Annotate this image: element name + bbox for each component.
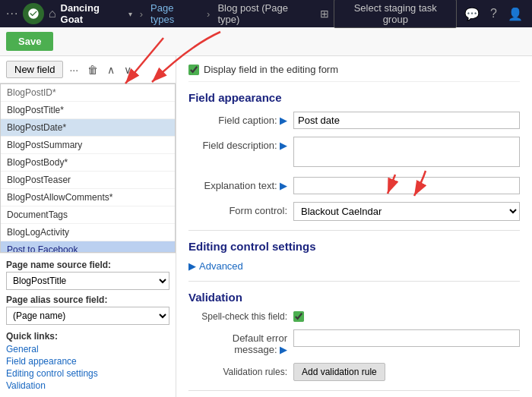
list-item[interactable]: BlogPostAllowComments* — [1, 189, 175, 206]
field-appearance-title: Field appearance — [188, 91, 520, 104]
list-item[interactable]: BlogPostSummary — [1, 137, 175, 154]
spell-check-row: Spell-check this field: — [188, 311, 520, 322]
list-item[interactable]: BlogPostTitle* — [1, 102, 175, 119]
quick-links-title: Quick links: — [6, 331, 169, 342]
site-caret-icon: ▾ — [128, 10, 132, 18]
display-field-label: Display field in the editing form — [204, 64, 338, 75]
advanced-triangle-icon: ▶ — [188, 260, 196, 272]
breadcrumb-page-types[interactable]: Page types — [150, 2, 199, 25]
page-name-source-select[interactable]: BlogPostTitle — [6, 272, 169, 290]
validation-rules-label: Validation rules: — [188, 367, 287, 377]
help-icon[interactable]: ? — [487, 7, 500, 20]
dots-icon: ··· — [6, 7, 18, 20]
list-item[interactable]: BlogPostDate* — [1, 119, 175, 137]
field-caption-info-icon[interactable]: ▶ — [280, 115, 287, 126]
default-error-info-icon[interactable]: ▶ — [280, 344, 287, 355]
list-item[interactable]: BlogLogActivity — [1, 224, 175, 241]
main-layout: New field ··· 🗑 ∧ ∨ BlogPostID* BlogPost… — [0, 56, 532, 397]
validation-section: Validation Spell-check this field: Defau… — [188, 291, 520, 381]
list-item[interactable]: BlogPostBody* — [1, 154, 175, 172]
page-alias-source-label: Page alias source field: — [6, 295, 169, 305]
display-field-checkbox[interactable] — [188, 65, 199, 75]
field-caption-row: Field caption: ▶ — [188, 112, 520, 129]
default-error-row: Default error message: ▶ — [188, 329, 520, 355]
main-toolbar: Save — [0, 27, 532, 56]
breadcrumb-separator-2: › — [207, 8, 210, 20]
site-name[interactable]: Dancing Goat — [61, 2, 124, 25]
breadcrumb-current: Blog post (Page type) — [217, 2, 311, 25]
list-item[interactable]: BlogPostID* — [1, 84, 175, 102]
field-description-label: Field description: — [202, 140, 277, 151]
form-control-row: Form control: Blackout Caelndar — [188, 202, 520, 221]
default-error-input[interactable] — [293, 329, 520, 347]
field-appearance-section: Field appearance Field caption: ▶ Field … — [188, 91, 520, 221]
quick-link-validation[interactable]: Validation — [6, 380, 169, 391]
explanation-text-info-icon[interactable]: ▶ — [280, 180, 287, 191]
list-item[interactable]: BlogPostTeaser — [1, 172, 175, 189]
spell-check-checkbox[interactable] — [293, 311, 304, 322]
top-navigation: ··· ⌂ Dancing Goat ▾ › Page types › Blog… — [0, 0, 532, 27]
validation-rules-row: Validation rules: Add validation rule — [188, 363, 520, 381]
site-logo — [23, 3, 44, 24]
left-panel-toolbar: New field ··· 🗑 ∧ ∨ — [0, 56, 176, 83]
field-description-info-icon[interactable]: ▶ — [280, 140, 287, 151]
advanced-section: ▶ Advanced — [188, 260, 520, 272]
display-field-row: Display field in the editing form — [188, 64, 520, 82]
right-panel: Display field in the editing form Field … — [176, 56, 532, 397]
breadcrumb-separator-1: › — [140, 8, 143, 20]
left-panel-bottom: Page name source field: BlogPostTitle Pa… — [0, 253, 176, 397]
staging-button[interactable]: Select staging task group — [334, 0, 457, 28]
quick-link-editing-control[interactable]: Editing control settings — [6, 368, 169, 379]
spell-check-label: Spell-check this field: — [188, 311, 287, 322]
more-options-button[interactable]: ··· — [66, 62, 81, 77]
move-up-button[interactable]: ∧ — [104, 62, 118, 77]
field-caption-label: Field caption: — [218, 115, 277, 126]
explanation-text-label: Explanation text: — [204, 180, 277, 191]
left-panel: New field ··· 🗑 ∧ ∨ BlogPostID* BlogPost… — [0, 56, 176, 397]
advanced-link[interactable]: ▶ Advanced — [188, 260, 520, 272]
user-icon[interactable]: 👤 — [505, 7, 526, 21]
page-alias-source-select[interactable]: (Page name) — [6, 307, 169, 325]
staging-btn-label: Select staging task group — [340, 2, 450, 25]
editing-control-section: Editing control settings ▶ Advanced — [188, 240, 520, 272]
move-down-button[interactable]: ∨ — [121, 62, 135, 77]
chat-icon[interactable]: 💬 — [461, 7, 483, 21]
explanation-text-row: Explanation text: ▶ — [188, 177, 520, 194]
form-control-select[interactable]: Blackout Caelndar — [293, 202, 520, 221]
quick-link-field-appearance[interactable]: Field appearance — [6, 356, 169, 367]
list-item[interactable]: Post to Facebook — [1, 241, 175, 253]
explanation-text-input[interactable] — [293, 177, 520, 194]
home-icon[interactable]: ⌂ — [49, 7, 56, 20]
field-list: BlogPostID* BlogPostTitle* BlogPostDate*… — [0, 83, 176, 253]
save-button[interactable]: Save — [6, 32, 53, 51]
delete-field-button[interactable]: 🗑 — [84, 62, 101, 77]
editing-control-title: Editing control settings — [188, 240, 520, 253]
field-description-input[interactable] — [293, 137, 520, 167]
divider-2 — [188, 281, 520, 282]
form-control-label: Form control: — [229, 205, 287, 216]
monitor-icon: ⊞ — [320, 8, 329, 20]
add-validation-rule-button[interactable]: Add validation rule — [293, 363, 385, 381]
field-caption-input[interactable] — [293, 112, 520, 129]
quick-links: Quick links: General Field appearance Ed… — [6, 331, 169, 391]
divider-3 — [188, 390, 520, 391]
validation-title: Validation — [188, 291, 520, 304]
quick-link-general[interactable]: General — [6, 344, 169, 354]
page-name-source-label: Page name source field: — [6, 260, 169, 270]
new-field-button[interactable]: New field — [6, 61, 63, 78]
advanced-label: Advanced — [199, 260, 243, 272]
list-item[interactable]: DocumentTags — [1, 206, 175, 224]
field-description-row: Field description: ▶ — [188, 137, 520, 169]
divider-1 — [188, 230, 520, 231]
